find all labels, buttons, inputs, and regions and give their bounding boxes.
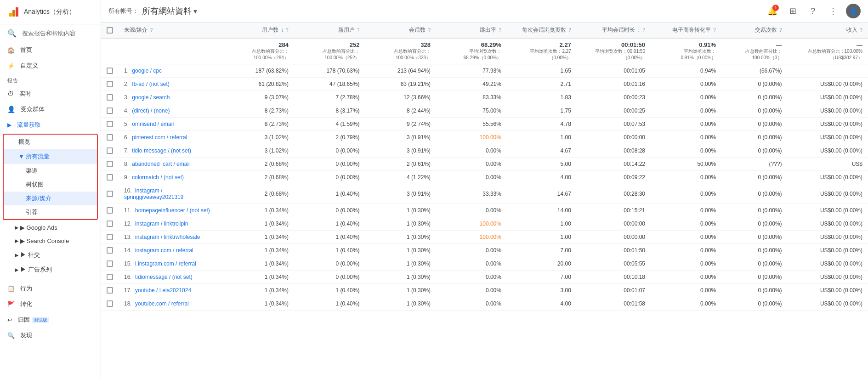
sidebar-sub-overview[interactable]: 概览 <box>4 135 97 149</box>
row-checkbox[interactable] <box>107 81 113 87</box>
source-help-icon[interactable]: ? <box>150 28 153 33</box>
row-source[interactable]: 1. google / cpc <box>119 64 223 78</box>
row-source-label[interactable]: pinterest.com / referral <box>132 134 187 141</box>
sidebar-item-social[interactable]: ▶ ▶ 社交 <box>0 248 101 262</box>
row-source[interactable]: 8. abandoned_cart / email <box>119 158 223 171</box>
sidebar-item-behavior[interactable]: 📋 行为 <box>0 281 101 296</box>
row-source-label[interactable]: tidio-message / (not set) <box>132 147 191 154</box>
users-help-icon[interactable]: ? <box>286 28 289 33</box>
row-source[interactable]: 2. fb-ad / (not set) <box>119 78 223 91</box>
row-source-label[interactable]: abandoned_cart / email <box>132 161 189 167</box>
sidebar-item-realtime[interactable]: ⏱ 实时 <box>0 86 101 102</box>
row-checkbox[interactable] <box>107 234 113 240</box>
sidebar-item-conversion[interactable]: 🚩 转化 <box>0 296 101 312</box>
row-checkbox[interactable] <box>107 260 113 267</box>
row-checkbox[interactable] <box>107 107 113 114</box>
row-source[interactable]: 6. pinterest.com / referral <box>119 131 223 144</box>
row-checkbox[interactable] <box>107 174 113 181</box>
header-transactions[interactable]: 交易次数 ? <box>721 23 787 38</box>
sidebar-item-discover[interactable]: 🔍 发现 <box>0 328 101 343</box>
row-checkbox[interactable] <box>107 247 113 254</box>
row-source[interactable]: 14. instagram.com / referral <box>119 244 223 257</box>
duration-help-icon[interactable]: ? <box>642 28 645 33</box>
row-checkbox[interactable] <box>107 161 113 167</box>
sidebar-item-google-ads[interactable]: ▶ ▶ Google Ads <box>0 221 101 234</box>
bounce-help-icon[interactable]: ? <box>499 28 501 33</box>
row-checkbox[interactable] <box>107 191 113 197</box>
header-pages-session[interactable]: 每次会话浏览页数 ? <box>507 23 577 38</box>
sidebar-item-search-console[interactable]: ▶ ▶ Search Console <box>0 234 101 248</box>
row-source[interactable]: 17. youtube / Lela2021024 <box>119 284 223 297</box>
row-source[interactable]: 11. homepageinfluencer / (not set) <box>119 204 223 217</box>
sessions-help-icon[interactable]: ? <box>428 28 431 33</box>
sidebar-sub-source-medium[interactable]: 来源/媒介 <box>4 192 97 205</box>
header-new-users[interactable]: 新用户 ? <box>294 23 365 38</box>
header-source-medium[interactable]: 来源/媒介 ? <box>119 23 223 38</box>
row-source-label[interactable]: (direct) / (none) <box>132 107 170 114</box>
sidebar-item-audience[interactable]: 👤 受众群体 <box>0 102 101 117</box>
row-checkbox[interactable] <box>107 134 113 141</box>
row-source-label[interactable]: tidiomessage / (not set) <box>135 274 193 280</box>
new-users-help-icon[interactable]: ? <box>357 28 360 33</box>
row-checkbox[interactable] <box>107 300 113 307</box>
sidebar-sub-treemap[interactable]: 树状图 <box>4 178 97 192</box>
row-checkbox[interactable] <box>107 207 113 214</box>
row-source[interactable]: 15. l.instagram.com / referral <box>119 257 223 271</box>
row-source-label[interactable]: instagram.com / referral <box>135 247 193 254</box>
header-users[interactable]: 用户数 ↓ ? <box>223 23 294 38</box>
row-source[interactable]: 12. instagram / linktrclipin <box>119 217 223 231</box>
apps-button[interactable]: ⊞ <box>785 4 800 18</box>
row-source-label[interactable]: youtube.com / referral <box>135 300 189 307</box>
more-button[interactable]: ⋮ <box>826 4 840 18</box>
row-source[interactable]: 10. instagram / springgiveaway2021319 <box>119 184 223 204</box>
row-checkbox[interactable] <box>107 121 113 127</box>
header-sessions[interactable]: 会话数 ? <box>365 23 436 38</box>
row-source-label[interactable]: fb-ad / (not set) <box>132 81 169 87</box>
row-source-label[interactable]: google / search <box>132 94 170 101</box>
header-checkbox[interactable] <box>107 27 113 34</box>
header-avg-duration[interactable]: 平均会话时长 ↓ ? <box>577 23 651 38</box>
user-avatar[interactable]: 👤 <box>846 4 861 18</box>
header-revenue[interactable]: 收入 ? <box>788 23 868 38</box>
ecommerce-help-icon[interactable]: ? <box>714 28 716 33</box>
row-source-label[interactable]: colormatch / (not set) <box>132 174 184 181</box>
row-source-label[interactable]: homepageinfluencer / (not set) <box>135 207 210 214</box>
sidebar-item-acquisition[interactable]: ▶ 流量获取 <box>0 117 101 133</box>
sidebar-item-attribution[interactable]: ↩ 归因 测试版 <box>0 312 101 328</box>
row-checkbox[interactable] <box>107 221 113 227</box>
row-source-label[interactable]: omnisend / email <box>132 121 174 127</box>
sidebar-item-campaigns[interactable]: ▶ ▶ 广告系列 <box>0 262 101 277</box>
sidebar-item-home[interactable]: 🏠 首页 <box>0 42 101 58</box>
sidebar-sub-referrals[interactable]: 引荐 <box>4 205 97 219</box>
row-source-label[interactable]: instagram / linktrclipin <box>135 221 188 227</box>
notifications-button[interactable]: 🔔 1 <box>765 4 780 18</box>
row-checkbox[interactable] <box>107 68 113 74</box>
header-ecommerce[interactable]: 电子商务转化率 ? <box>651 23 721 38</box>
row-source-label[interactable]: google / cpc <box>132 68 162 74</box>
row-source-label[interactable]: l.instagram.com / referral <box>135 260 196 267</box>
row-source[interactable]: 3. google / search <box>119 91 223 104</box>
row-source[interactable]: 9. colormatch / (not set) <box>119 171 223 184</box>
row-source[interactable]: 4. (direct) / (none) <box>119 104 223 118</box>
row-source-label[interactable]: instagram / linktrwholesale <box>135 234 200 240</box>
revenue-help-icon[interactable]: ? <box>860 28 862 33</box>
sidebar-sub-all-traffic[interactable]: ▼ 所有流量 <box>4 149 97 164</box>
property-selector[interactable]: 所有網站資料 ▾ <box>142 6 197 17</box>
sidebar-item-customize[interactable]: ⚡ 自定义 <box>0 58 101 74</box>
header-bounce-rate[interactable]: 跳出率 ? <box>436 23 507 38</box>
help-button[interactable]: ? <box>806 4 820 18</box>
row-source[interactable]: 5. omnisend / email <box>119 118 223 131</box>
row-checkbox[interactable] <box>107 274 113 280</box>
row-source-label[interactable]: youtube / Lela2021024 <box>135 287 191 294</box>
sidebar-sub-channel[interactable]: 渠道 <box>4 164 97 178</box>
row-checkbox[interactable] <box>107 287 113 294</box>
row-source[interactable]: 16. tidiomessage / (not set) <box>119 271 223 284</box>
row-checkbox[interactable] <box>107 147 113 154</box>
row-source[interactable]: 13. instagram / linktrwholesale <box>119 231 223 244</box>
pages-help-icon[interactable]: ? <box>568 28 571 33</box>
transactions-help-icon[interactable]: ? <box>779 28 782 33</box>
row-source[interactable]: 18. youtube.com / referral <box>119 297 223 311</box>
row-source-label[interactable]: instagram / springgiveaway2021319 <box>124 187 183 200</box>
row-source[interactable]: 7. tidio-message / (not set) <box>119 144 223 158</box>
search-bar[interactable]: 🔍 搜索报告和帮助内容 <box>0 24 101 42</box>
